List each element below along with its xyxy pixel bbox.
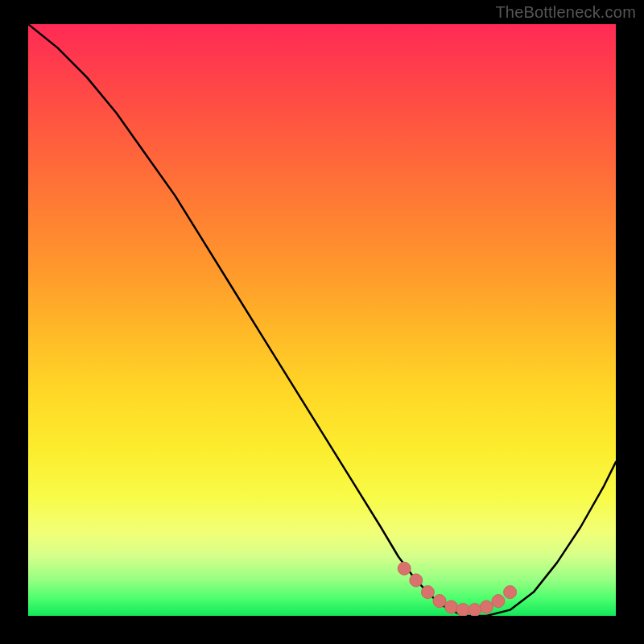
optimal-zone-marker (492, 595, 505, 608)
optimal-zone-marker (469, 604, 481, 616)
plot-area (28, 24, 616, 616)
optimal-zone-marker (480, 601, 493, 613)
optimal-zone-marker (433, 595, 446, 608)
optimal-zone-markers (398, 562, 516, 616)
optimal-zone-marker (445, 601, 458, 613)
chart-frame: TheBottleneck.com (0, 0, 644, 644)
optimal-zone-marker (421, 586, 434, 599)
optimal-zone-marker (410, 574, 423, 587)
bottleneck-curve (28, 24, 616, 616)
watermark-label: TheBottleneck.com (495, 3, 636, 22)
curve-svg (28, 24, 616, 616)
optimal-zone-marker (456, 604, 469, 616)
optimal-zone-marker (398, 562, 411, 575)
optimal-zone-marker (504, 586, 517, 599)
